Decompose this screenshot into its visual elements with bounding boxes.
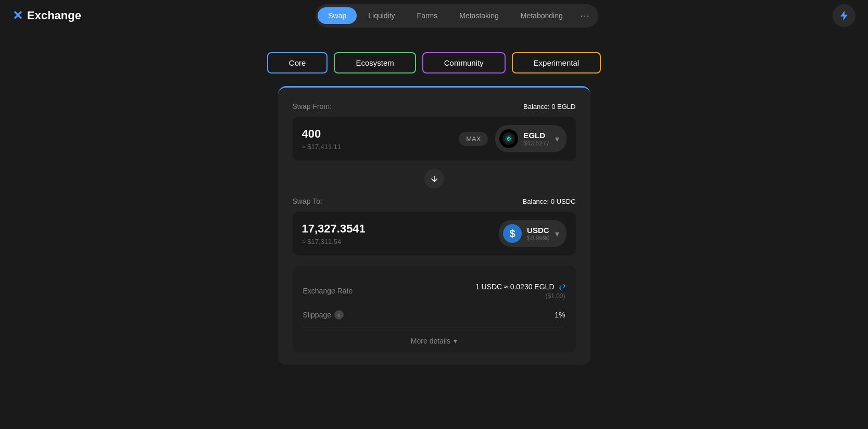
details-divider [303, 327, 565, 327]
from-token-box: 400 ≈ $17,411.11 MAX EGLD $43.5277 [293, 117, 576, 161]
slippage-value: 1% [555, 311, 565, 319]
nav-item-metabonding[interactable]: Metabonding [510, 7, 573, 24]
logo-brand: Exchange [27, 9, 81, 22]
bolt-button[interactable] [833, 4, 856, 27]
more-details-label: More details [411, 337, 450, 345]
cat-tab-core[interactable]: Core [267, 52, 328, 73]
to-token-info: USDC $0.9990 [527, 226, 549, 242]
from-balance-value: 0 EGLD [551, 103, 575, 111]
to-token-price: $0.9990 [527, 235, 549, 242]
nav-item-swap[interactable]: Swap [318, 7, 357, 24]
from-balance-label-text: Balance: [523, 103, 550, 111]
from-amount-section: 400 ≈ $17,411.11 [302, 127, 459, 151]
swap-to-header: Swap To: Balance: 0 USDC [293, 197, 576, 205]
slippage-info-icon[interactable]: i [334, 310, 344, 320]
main-nav: Swap Liquidity Farms Metastaking Metabon… [316, 4, 598, 28]
exchange-rate-value-section: 1 USDC ≈ 0.0230 EGLD ⇄ ($1.00) [475, 281, 565, 300]
from-amount-usd: ≈ $17,411.11 [302, 143, 459, 151]
category-tabs: Core Ecosystem Community Experimental [267, 52, 601, 73]
swap-to-balance: Balance: 0 USDC [523, 198, 576, 205]
nav-item-metastaking[interactable]: Metastaking [449, 7, 509, 24]
to-token-box: 17,327.3541 ≈ $17,311.54 $ USDC $0.9990 … [293, 212, 576, 255]
exchange-rate-row: Exchange Rate 1 USDC ≈ 0.0230 EGLD ⇄ ($1… [303, 276, 565, 305]
main-content: Core Ecosystem Community Experimental Sw… [0, 31, 868, 365]
from-token-name: EGLD [523, 131, 549, 140]
from-token-icon [499, 129, 518, 148]
logo: ✕ Exchange [12, 8, 81, 23]
cat-tab-community[interactable]: Community [422, 52, 506, 73]
exchange-rate-label: Exchange Rate [303, 287, 353, 295]
arrow-down-icon [430, 174, 439, 183]
more-details-button[interactable]: More details ▾ [303, 329, 565, 352]
from-token-price: $43.5277 [523, 140, 549, 147]
from-token-chevron: ▾ [555, 134, 559, 144]
max-button[interactable]: MAX [459, 132, 488, 146]
nav-item-farms[interactable]: Farms [407, 7, 448, 24]
to-token-selector[interactable]: $ USDC $0.9990 ▾ [499, 220, 566, 247]
exchange-rate-sub: ($1.00) [475, 292, 565, 300]
to-balance-label-text: Balance: [523, 198, 549, 205]
swap-card: Swap From: Balance: 0 EGLD 400 ≈ $17,411… [278, 86, 590, 365]
header-right [833, 4, 856, 27]
egld-icon [502, 132, 515, 145]
from-amount[interactable]: 400 [302, 127, 459, 141]
logo-x-icon: ✕ [12, 8, 23, 23]
nav-more-button[interactable]: ··· [574, 6, 596, 26]
swap-arrow-container [293, 169, 576, 189]
to-amount-usd: ≈ $17,311.54 [302, 238, 499, 246]
to-amount-section: 17,327.3541 ≈ $17,311.54 [302, 222, 499, 246]
cat-tab-experimental[interactable]: Experimental [512, 52, 601, 73]
to-token-icon: $ [503, 224, 522, 243]
to-token-name: USDC [527, 226, 549, 235]
bolt-icon [838, 10, 850, 21]
to-balance-value: 0 USDC [551, 198, 576, 205]
nav-item-liquidity[interactable]: Liquidity [358, 7, 405, 24]
rate-swap-icon[interactable]: ⇄ [559, 281, 565, 291]
swap-to-label: Swap To: [293, 197, 322, 205]
swap-direction-button[interactable] [424, 169, 444, 189]
from-token-selector[interactable]: EGLD $43.5277 ▾ [495, 125, 566, 152]
rate-value-row: 1 USDC ≈ 0.0230 EGLD ⇄ [475, 281, 565, 291]
slippage-label: Slippage i [303, 310, 344, 320]
usdc-symbol: $ [510, 228, 515, 240]
to-token-chevron: ▾ [555, 229, 559, 239]
slippage-label-text: Slippage [303, 311, 332, 319]
swap-from-header: Swap From: Balance: 0 EGLD [293, 102, 576, 111]
slippage-row: Slippage i 1% [303, 305, 565, 325]
swap-from-balance: Balance: 0 EGLD [523, 103, 575, 111]
swap-inner: Swap From: Balance: 0 EGLD 400 ≈ $17,411… [278, 88, 590, 365]
swap-from-label: Swap From: [293, 102, 332, 111]
to-amount[interactable]: 17,327.3541 [302, 222, 499, 236]
details-box: Exchange Rate 1 USDC ≈ 0.0230 EGLD ⇄ ($1… [293, 266, 576, 352]
more-details-chevron: ▾ [454, 337, 457, 345]
header: ✕ Exchange Swap Liquidity Farms Metastak… [0, 0, 868, 31]
cat-tab-ecosystem[interactable]: Ecosystem [334, 52, 416, 73]
from-token-info: EGLD $43.5277 [523, 131, 549, 147]
exchange-rate-value: 1 USDC ≈ 0.0230 EGLD [475, 283, 555, 291]
